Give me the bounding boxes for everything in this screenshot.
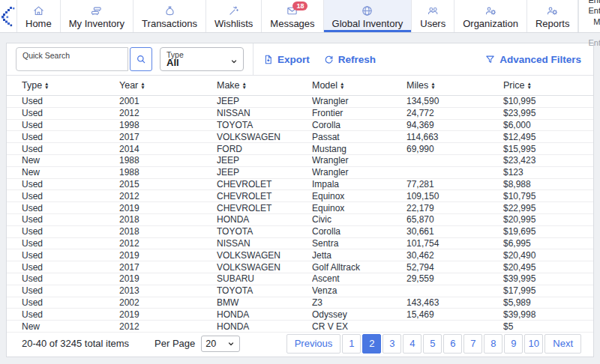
table-row[interactable]: Used2012CHEVROLETEquinox109,150$10,795 [7, 190, 593, 202]
tab-home[interactable]: Home [16, 0, 60, 32]
page-button-2[interactable]: 2 [362, 334, 381, 354]
table-row[interactable]: Used2017VOLKSWAGENPassat114,663$12,495 [7, 131, 593, 143]
tab-transactions[interactable]: Transactions [133, 0, 206, 32]
table-row[interactable]: Used2001JEEPWrangler134,590$10,995 [7, 96, 593, 108]
column-header-miles[interactable]: Miles▲▼ [406, 80, 503, 91]
cell-type: Used [22, 226, 119, 237]
column-header-model[interactable]: Model▲▼ [312, 80, 406, 91]
export-button[interactable]: Export [262, 54, 310, 65]
type-filter-select[interactable]: Type All [160, 47, 244, 71]
cell-model: Wrangler [312, 167, 406, 178]
table-row[interactable]: Used2019SUBARUAscent29,559$39,995 [7, 273, 593, 285]
funnel-icon [484, 54, 496, 65]
page-button-8[interactable]: 8 [484, 334, 502, 354]
search-button[interactable] [130, 47, 152, 71]
next-page-button[interactable]: Next [544, 334, 581, 354]
per-page-label: Per Page [154, 338, 195, 349]
table-row[interactable]: Used2018HONDACivic65,870$20,995 [7, 214, 593, 226]
cell-model: Z3 [312, 297, 406, 308]
column-header-type[interactable]: Type▲▼ [22, 80, 119, 91]
per-page-select[interactable]: 20 [201, 336, 240, 352]
cell-type: Used [22, 108, 119, 118]
column-header-year[interactable]: Year▲▼ [119, 80, 217, 91]
column-header-make[interactable]: Make▲▼ [217, 80, 312, 91]
page-button-1[interactable]: 1 [342, 334, 361, 354]
table-row[interactable]: Used2012NISSANFrontier24,772$23,995 [7, 108, 593, 120]
tab-label: Global Inventory [332, 18, 404, 29]
table-row[interactable]: Used2013TOYOTAVenza$17,995 [7, 285, 593, 297]
table-row[interactable]: Used1998TOYOTACorolla94,369$6,000 [7, 120, 593, 132]
cell-make: VOLKSWAGEN [217, 132, 312, 142]
cell-type: Used [22, 285, 119, 296]
table-row[interactable]: Used2019HONDAOdyssey15,469$39,998 [7, 309, 593, 321]
cell-type: Used [22, 238, 119, 249]
advanced-filters-button[interactable]: Advanced Filters [484, 54, 581, 65]
tab-messages[interactable]: 18Messages [261, 0, 322, 32]
cell-model: Jetta [312, 250, 406, 261]
cell-model: Corolla [312, 226, 406, 237]
cell-price: $123 [503, 167, 593, 178]
cell-year: 2018 [119, 214, 217, 225]
tab-wishlists[interactable]: Wishlists [206, 0, 261, 32]
quick-search-field[interactable]: Quick Search [16, 47, 128, 71]
table-row[interactable]: Used2015CHEVROLETImpala77,281$8,988 [7, 179, 593, 191]
cell-model: Odyssey [312, 309, 406, 320]
cell-type: New [22, 321, 119, 332]
cell-year: 2019 [119, 250, 217, 261]
tab-global-inventory[interactable]: Global Inventory [323, 0, 412, 32]
page-button-4[interactable]: 4 [403, 334, 422, 354]
cell-make: HONDA [217, 309, 312, 320]
table-body: Used2001JEEPWrangler134,590$10,995Used20… [7, 96, 593, 333]
tab-users[interactable]: Users [411, 0, 454, 32]
tab-label: Wishlists [214, 18, 253, 29]
table-row[interactable]: Used2002BMWZ3143,463$5,989 [7, 297, 593, 309]
cell-make: NISSAN [217, 238, 312, 249]
tab-organization[interactable]: Organization [454, 0, 526, 32]
cell-model: Golf Alltrack [312, 262, 406, 273]
app-logo[interactable] [0, 0, 16, 32]
table-row[interactable]: Used2018TOYOTACorolla30,661$19,695 [7, 226, 593, 238]
table-row[interactable]: Used2012NISSANSentra101,754$6,995 [7, 238, 593, 250]
per-page-control: Per Page 20 [154, 336, 240, 352]
column-label: Year [119, 80, 138, 91]
envelope-icon: 18 [286, 4, 298, 17]
sort-icon: ▲▼ [140, 82, 145, 90]
cell-miles: 22,179 [406, 203, 503, 213]
cell-miles: 109,150 [406, 191, 503, 201]
refresh-button[interactable]: Refresh [323, 54, 376, 65]
page-button-9[interactable]: 9 [504, 334, 523, 354]
previous-page-button[interactable]: Previous [286, 334, 341, 354]
filter-bar: Quick Search Type All Export [7, 43, 593, 76]
cars-icon [90, 4, 103, 17]
page-button-6[interactable]: 6 [443, 334, 462, 354]
cell-make: NISSAN [217, 108, 312, 118]
table-row[interactable]: Used2019CHEVROLETEquinox22,179$22,995 [7, 202, 593, 214]
cell-price: $6,995 [503, 238, 593, 249]
cell-price: $20,490 [503, 250, 593, 261]
page-button-10[interactable]: 10 [524, 334, 543, 354]
top-nav: HomeMy InventoryTransactionsWishlists18M… [0, 0, 600, 33]
tab-label: Organization [463, 18, 518, 29]
table-row[interactable]: Used2019VOLKSWAGENJetta30,462$20,490 [7, 249, 593, 261]
table-footer: 20-40 of 3245 total items Per Page 20 Pr… [7, 333, 593, 357]
tab-my-inventory[interactable]: My Inventory [60, 0, 133, 32]
cell-year: 2019 [119, 273, 217, 284]
column-label: Make [217, 80, 240, 91]
table-row[interactable]: New1988JEEPWrangler$23,423 [7, 155, 593, 167]
table-row[interactable]: Used2017VOLKSWAGENGolf Alltrack52,794$20… [7, 261, 593, 273]
cell-year: 2002 [119, 297, 217, 308]
page-button-7[interactable]: 7 [464, 334, 482, 354]
table-row[interactable]: New1988JEEPWrangler$123 [7, 167, 593, 179]
cell-miles: 65,870 [406, 214, 503, 225]
page-button-5[interactable]: 5 [423, 334, 442, 354]
page-button-3[interactable]: 3 [382, 334, 401, 354]
nav-tabs: HomeMy InventoryTransactionsWishlists18M… [16, 0, 578, 32]
tab-reports[interactable]: Reports [526, 0, 579, 32]
column-header-price[interactable]: Price▲▼ [503, 80, 593, 91]
cell-make: VOLKSWAGEN [217, 262, 312, 273]
table-row[interactable]: Used2014FORDMustang69,990$15,995 [7, 143, 593, 155]
table-row[interactable]: New2012HONDACR V EX$5 [7, 321, 593, 333]
cell-miles: 69,990 [406, 144, 503, 154]
quick-search-input[interactable] [21, 58, 122, 70]
cell-year: 2013 [119, 285, 217, 296]
